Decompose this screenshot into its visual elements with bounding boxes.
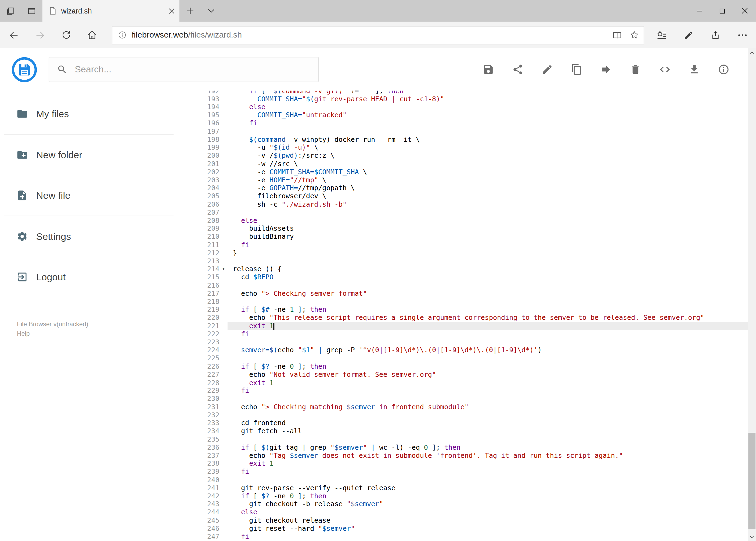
tab-preview-chevron-button[interactable] [200,0,222,22]
code-line[interactable]: fi [227,241,756,249]
sidebar-item-logout[interactable]: Logout [0,257,193,297]
maximize-button[interactable] [711,0,733,22]
code-line[interactable] [227,435,756,443]
code-line[interactable]: echo "> Checking matching $semver in fro… [227,403,756,411]
code-line[interactable]: -v /$(pwd):/src:z \ [227,152,756,160]
search-box[interactable] [49,57,319,82]
code-line[interactable]: echo "This release script requires a sin… [227,313,756,322]
code-line[interactable]: else [227,508,756,516]
code-line[interactable]: semver=$(echo "$1" | grep -P '^v(0|[1-9]… [227,346,756,354]
code-line[interactable] [227,354,756,362]
scroll-down-arrow[interactable] [748,533,756,541]
browser-tab[interactable]: wizard.sh [42,0,179,22]
sidebar-item-my-files[interactable]: My files [0,94,193,134]
tab-close-icon[interactable] [169,8,174,14]
code-line[interactable]: exit 1 [227,322,756,330]
code-line[interactable]: cd $REPO [227,273,756,281]
code-line[interactable]: -u "$(id -u)" \ [227,144,756,152]
share-button[interactable] [512,64,524,75]
code-line[interactable]: fi [227,119,756,127]
code-line[interactable]: COMMIT_SHA="$(git rev-parse HEAD | cut -… [227,95,756,103]
code-line[interactable]: exit 1 [227,378,756,386]
code-line[interactable]: if [ $? -ne 0 ]; then [227,492,756,500]
code-line[interactable]: echo "Not valid semver format. See semve… [227,370,756,378]
back-button[interactable] [1,22,27,48]
code-line[interactable] [227,338,756,346]
code-line[interactable]: if [ $# -ne 1 ]; then [227,305,756,313]
minimize-button[interactable] [688,0,711,22]
code-line[interactable]: fi [227,386,756,395]
code-line[interactable]: buildAssets [227,225,756,233]
code-editor[interactable]: 192 if [ "$(command -v git)" != "" ]; th… [193,91,756,541]
code-line[interactable] [227,281,756,289]
code-line[interactable]: sh -c "./wizard.sh -b" [227,200,756,208]
code-line[interactable]: exit 1 [227,459,756,467]
more-actions-button[interactable] [729,22,756,48]
code-line[interactable] [227,208,756,216]
code-line[interactable]: release () { [227,265,756,273]
code-line[interactable] [227,297,756,305]
copy-button[interactable] [571,64,583,75]
code-line[interactable]: if [ "$(command -v git)" != "" ]; then [227,91,756,95]
code-line[interactable]: cd frontend [227,419,756,427]
code-line[interactable] [227,476,756,484]
code-line[interactable]: -e GOPATH=//tmp/gopath \ [227,184,756,192]
code-line[interactable]: fi [227,330,756,338]
filebrowser-logo[interactable] [11,56,38,83]
reading-view-icon[interactable] [613,31,622,39]
sidebar-item-new-folder[interactable]: New folder [0,135,193,175]
code-line[interactable]: } [227,249,756,257]
help-link[interactable]: Help [17,329,193,339]
sidebar-item-settings[interactable]: Settings [0,216,193,257]
raw-code-button[interactable] [659,64,671,75]
code-line[interactable]: else [227,103,756,111]
code-line[interactable]: fi [227,467,756,476]
code-line[interactable]: $(command -v winpty) docker run --rm -it… [227,135,756,144]
new-tab-button[interactable] [179,0,201,22]
code-line[interactable]: filebrowser/dev \ [227,192,756,200]
web-note-button[interactable] [675,22,702,48]
refresh-button[interactable] [53,22,79,48]
close-window-button[interactable] [733,0,756,22]
code-line[interactable]: COMMIT_SHA="untracked" [227,111,756,119]
download-button[interactable] [688,64,700,75]
fold-arrow-icon[interactable]: ▾ [219,265,227,273]
code-line[interactable]: -e COMMIT_SHA=$COMMIT_SHA \ [227,168,756,176]
code-line[interactable]: echo "> Checking semver format" [227,289,756,297]
code-line[interactable]: -w //src \ [227,160,756,168]
share-page-button[interactable] [702,22,729,48]
code-line[interactable]: git rev-parse --verify --quiet release [227,484,756,492]
delete-button[interactable] [630,64,641,75]
code-line[interactable]: if [ $? -ne 0 ]; then [227,362,756,370]
code-line[interactable] [227,395,756,403]
info-button[interactable] [718,64,730,75]
code-line[interactable]: git checkout release [227,516,756,524]
code-line[interactable] [227,257,756,265]
code-line[interactable]: git checkout -b release "$semver" [227,500,756,508]
code-line[interactable]: else [227,216,756,225]
sidebar-item-new-file[interactable]: New file [0,175,193,216]
code-line[interactable]: echo "Tag $semver does not exist in subm… [227,451,756,459]
save-button[interactable] [483,64,494,75]
scroll-up-arrow[interactable] [748,48,756,56]
code-line[interactable]: git reset --hard "$semver" [227,524,756,532]
rename-button[interactable] [541,64,553,75]
code-line[interactable] [227,411,756,419]
code-line[interactable]: buildBinary [227,233,756,241]
code-line[interactable] [227,127,756,135]
hub-button[interactable] [648,22,675,48]
site-info-icon[interactable] [118,31,126,39]
code-line[interactable]: if [ $(git tag | grep "$semver" | wc -l)… [227,443,756,451]
code-line[interactable]: fi [227,532,756,540]
code-line[interactable]: -e HOME="//tmp" \ [227,176,756,184]
address-bar[interactable]: filebrowser.web/files/wizard.sh [112,26,644,44]
home-button[interactable] [79,22,105,48]
scrollbar-thumb[interactable] [748,433,755,529]
favorite-star-icon[interactable] [630,31,639,40]
code-line[interactable]: git fetch --all [227,427,756,435]
set-tabs-aside-button[interactable] [0,0,21,22]
tabs-preview-button[interactable] [21,0,43,22]
search-input[interactable] [75,64,311,75]
vertical-scrollbar[interactable] [748,48,756,541]
forward-button[interactable] [27,22,53,48]
